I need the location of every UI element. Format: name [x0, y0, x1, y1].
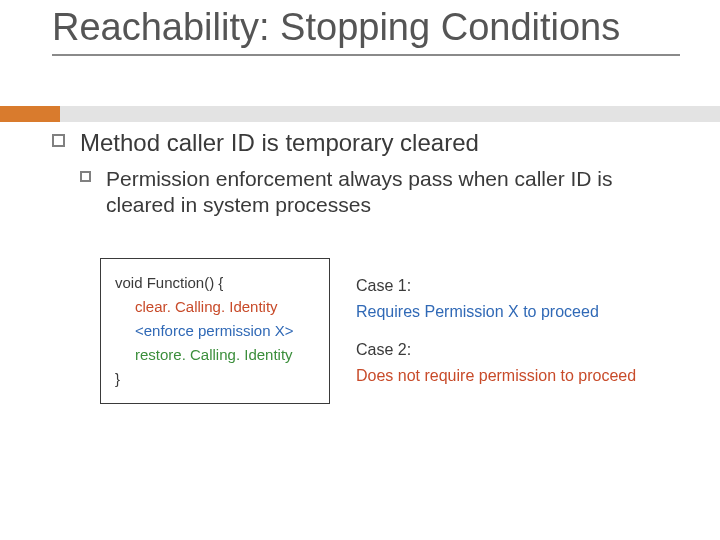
case2-label: Case 2: [356, 338, 636, 362]
case1-note: Requires Permission X to proceed [356, 300, 636, 324]
slide-title: Reachability: Stopping Conditions [52, 6, 680, 56]
body-content: Method caller ID is temporary cleared Pe… [52, 128, 680, 219]
code-line-clear: clear. Calling. Identity [115, 295, 309, 319]
slide: Reachability: Stopping Conditions Method… [0, 0, 720, 540]
bullet-level2-text: Permission enforcement always pass when … [106, 167, 613, 216]
code-line-restore: restore. Calling. Identity [115, 343, 309, 367]
spacer [356, 326, 636, 336]
code-line-close: } [115, 367, 309, 391]
divider-bar [60, 106, 720, 122]
bullet-level1-text: Method caller ID is temporary cleared [80, 129, 479, 156]
accent-bar [0, 106, 60, 122]
code-box: void Function() { clear. Calling. Identi… [100, 258, 330, 404]
square-bullet-icon [80, 171, 91, 182]
bullet-level1: Method caller ID is temporary cleared [52, 128, 680, 158]
bullet-level2: Permission enforcement always pass when … [52, 166, 680, 219]
case1-label: Case 1: [356, 274, 636, 298]
figure-row: void Function() { clear. Calling. Identi… [100, 258, 660, 404]
code-line-enforce: <enforce permission X> [115, 319, 309, 343]
code-line-signature: void Function() { [115, 271, 309, 295]
cases-box: Case 1: Requires Permission X to proceed… [356, 258, 636, 404]
case2-note: Does not require permission to proceed [356, 364, 636, 388]
square-bullet-icon [52, 134, 65, 147]
